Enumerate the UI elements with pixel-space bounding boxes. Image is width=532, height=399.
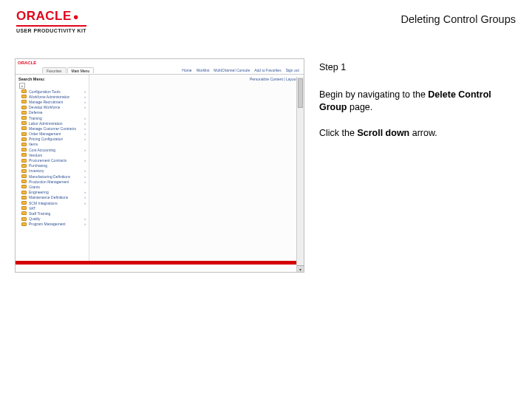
brand-dot-icon: ● [73, 11, 79, 22]
chevron-right-icon: › [84, 121, 86, 126]
text: arrow. [409, 128, 437, 138]
scroll-down-arrow-icon[interactable]: ▾ [297, 265, 304, 272]
sidebar-item-label: Inventory [29, 168, 44, 173]
chevron-right-icon: › [84, 216, 86, 221]
sidebar-item[interactable]: VAT [17, 205, 87, 211]
sidebar-item[interactable]: Defense [17, 110, 87, 115]
main-area: ORACLE Favorites Main Menu Home Worklist… [0, 36, 532, 273]
sidebar-item-label: Grants [29, 185, 40, 189]
shot-sidebar: Search Menu: « Configuration Tools› Work… [16, 75, 89, 261]
tab-favorites[interactable]: Favorites [42, 67, 66, 73]
shot-footer-bar [16, 261, 296, 265]
sidebar-item[interactable]: Labor Administration› [17, 120, 87, 126]
sidebar-item[interactable]: Vendors [17, 152, 87, 157]
sidebar-item[interactable]: SCM Integrations› [17, 200, 87, 205]
sidebar-item[interactable]: Purchasing [17, 163, 87, 168]
sidebar-item[interactable]: Grants [17, 184, 87, 189]
folder-icon [21, 121, 27, 125]
sidebar-item-label: Program Management [29, 222, 66, 226]
folder-icon [21, 196, 27, 200]
chevron-right-icon: › [84, 105, 86, 109]
header: ORACLE● USER PRODUCTIVITY KIT Deleting C… [0, 0, 532, 36]
sidebar-item[interactable]: Program Management› [17, 222, 87, 227]
shot-top-links: Home Worklist MultiChannel Console Add t… [182, 68, 304, 72]
folder-icon [21, 132, 27, 136]
chevron-right-icon: › [84, 222, 86, 226]
folder-icon [21, 137, 27, 141]
sidebar-item-label: Purchasing [29, 163, 47, 168]
app-screenshot: ORACLE Favorites Main Menu Home Worklist… [15, 58, 304, 273]
oracle-logo: ORACLE● [16, 9, 86, 24]
sidebar-item-label: Labor Administration [29, 121, 63, 126]
folder-icon [21, 148, 27, 151]
sidebar-item-label: SCM Integrations [29, 201, 58, 205]
folder-icon [21, 100, 27, 103]
sidebar-item[interactable]: Engineering› [17, 190, 87, 195]
chevron-right-icon: › [84, 158, 86, 163]
link-home[interactable]: Home [182, 68, 191, 72]
sidebar-item[interactable]: Order Management› [17, 132, 87, 137]
chevron-right-icon: › [84, 168, 86, 173]
folder-icon [21, 191, 27, 194]
chevron-right-icon: › [84, 100, 86, 104]
instruction-line-1: Begin by navigating to the Delete Contro… [319, 89, 511, 114]
collapse-icon[interactable]: « [19, 83, 25, 89]
chevron-right-icon: › [84, 89, 86, 94]
folder-icon [21, 206, 27, 210]
sidebar-item[interactable]: Manage Customer Contracts› [17, 126, 87, 131]
sidebar-item[interactable]: Develop Workforce› [17, 105, 87, 110]
sidebar-item[interactable]: Training› [17, 115, 87, 120]
sidebar-item[interactable]: Manufacturing Definitions› [17, 174, 87, 179]
sidebar-item[interactable]: Inventory› [17, 168, 87, 174]
scroll-thumb[interactable] [298, 78, 303, 108]
sidebar-item[interactable]: Configuration Tools› [17, 89, 87, 94]
sidebar-item-label: Cost Accounting [29, 148, 55, 152]
brand-text: ORACLE [16, 9, 72, 24]
sidebar-item[interactable]: Workforce Administration› [17, 94, 87, 99]
shot-brand-text: ORACLE [18, 61, 36, 65]
sidebar-item[interactable]: Production Management› [17, 179, 87, 184]
personalize-link[interactable]: Personalize Content | Layout [93, 77, 300, 81]
sidebar-item-label: Engineering [29, 190, 49, 194]
sidebar-item[interactable]: Quality› [17, 216, 87, 222]
sidebar-item-label: Maintenance Definitions [29, 195, 68, 200]
folder-icon [21, 201, 27, 205]
sidebar-item[interactable]: Maintenance Definitions› [17, 195, 87, 200]
link-signout[interactable]: Sign out [286, 68, 299, 72]
folder-icon [21, 217, 27, 221]
link-worklist[interactable]: Worklist [197, 68, 210, 72]
shot-header: Favorites Main Menu Home Worklist MultiC… [16, 66, 304, 75]
chevron-right-icon: › [84, 201, 86, 205]
folder-icon [21, 180, 27, 183]
sidebar-item-label: Configuration Tools [29, 89, 61, 94]
sidebar-title: Search Menu: [17, 77, 87, 81]
chevron-right-icon: › [84, 132, 86, 136]
text: Click the [319, 128, 357, 138]
chevron-right-icon: › [84, 95, 86, 99]
scrollbar[interactable]: ▾ [296, 77, 304, 272]
sidebar-item[interactable]: Procurement Contracts› [17, 157, 87, 163]
chevron-right-icon: › [84, 180, 86, 184]
folder-icon [21, 116, 27, 120]
sidebar-item[interactable]: Cost Accounting› [17, 147, 87, 152]
sidebar-item-label: Training [29, 116, 42, 120]
chevron-right-icon: › [84, 116, 86, 120]
folder-icon [21, 164, 27, 168]
sidebar-item[interactable]: Items [17, 142, 87, 147]
link-multichannel[interactable]: MultiChannel Console [214, 68, 250, 72]
sidebar-item-label: Order Management [29, 132, 61, 136]
sidebar-item[interactable]: Staff Training [17, 211, 87, 216]
tab-main-menu[interactable]: Main Menu [67, 67, 95, 73]
sidebar-item-label: Manufacturing Definitions [29, 174, 70, 179]
subbrand-text: USER PRODUCTIVITY KIT [16, 25, 86, 33]
chevron-right-icon: › [84, 137, 86, 141]
link-favorites[interactable]: Add to Favorites [254, 68, 281, 72]
sidebar-item[interactable]: Manage Recruitment› [17, 99, 87, 104]
text: page. [347, 102, 373, 112]
folder-icon [21, 159, 27, 163]
sidebar-item-label: Manage Recruitment [29, 100, 63, 104]
sidebar-item-label: Manage Customer Contracts [29, 126, 76, 131]
page-title: Deleting Control Groups [400, 9, 516, 25]
shot-tabs: Favorites Main Menu [42, 67, 94, 73]
sidebar-item[interactable]: Pricing Configuration› [17, 137, 87, 142]
